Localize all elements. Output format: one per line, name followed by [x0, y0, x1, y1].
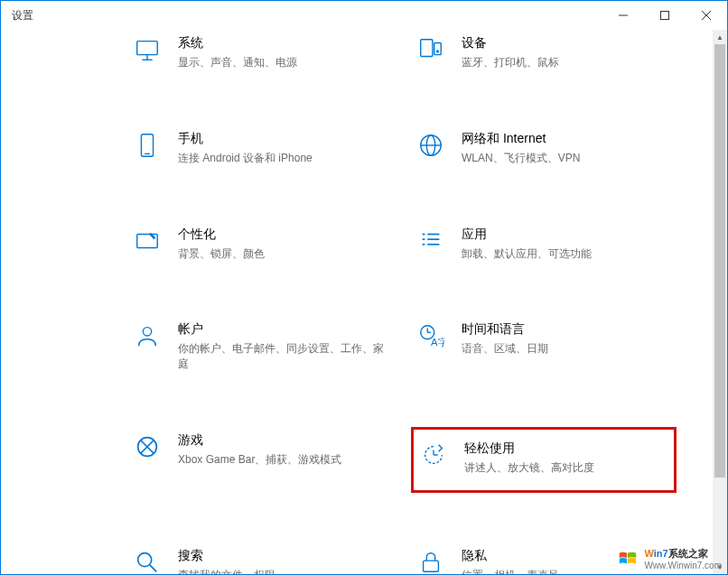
accounts-icon — [133, 321, 162, 350]
category-title: 游戏 — [178, 432, 341, 449]
gaming-icon — [133, 432, 162, 461]
category-desc: WLAN、飞行模式、VPN — [462, 151, 580, 166]
category-desc: 查找我的文件、权限 — [178, 568, 275, 574]
category-title: 设备 — [462, 35, 559, 51]
scroll-up-arrow[interactable]: ▲ — [713, 30, 727, 44]
category-network[interactable]: 网络和 InternetWLAN、飞行模式、VPN — [411, 125, 677, 172]
window-controls — [602, 1, 727, 30]
personalization-icon — [133, 227, 162, 255]
svg-rect-34 — [424, 561, 439, 571]
category-title: 应用 — [462, 227, 592, 243]
phone-icon — [133, 131, 162, 160]
settings-grid: 系统显示、声音、通知、电源设备蓝牙、打印机、鼠标手机连接 Android 设备和… — [1, 30, 713, 574]
category-title: 系统 — [178, 35, 297, 51]
category-desc: 位置、相机、麦克风 — [462, 568, 559, 574]
maximize-button[interactable] — [644, 1, 686, 30]
category-title: 个性化 — [178, 227, 265, 243]
minimize-button[interactable] — [602, 1, 644, 30]
time-icon: A字 — [416, 321, 445, 350]
system-icon — [133, 35, 162, 64]
category-title: 网络和 Internet — [462, 131, 580, 147]
scrollbar[interactable]: ▲ ▼ — [713, 30, 727, 574]
category-desc: 连接 Android 设备和 iPhone — [178, 151, 313, 166]
search-icon — [133, 548, 162, 574]
content-area: 系统显示、声音、通知、电源设备蓝牙、打印机、鼠标手机连接 Android 设备和… — [1, 30, 713, 574]
category-title: 手机 — [178, 131, 313, 147]
category-desc: 讲述人、放大镜、高对比度 — [464, 460, 594, 476]
category-desc: 卸载、默认应用、可选功能 — [462, 246, 592, 262]
svg-rect-10 — [141, 134, 153, 156]
category-desc: 显示、声音、通知、电源 — [178, 55, 297, 70]
category-accounts[interactable]: 帐户你的帐户、电子邮件、同步设置、工作、家庭 — [127, 316, 393, 377]
svg-point-22 — [143, 328, 151, 336]
category-gaming[interactable]: 游戏Xbox Game Bar、捕获、游戏模式 — [127, 427, 393, 493]
titlebar: 设置 — [1, 1, 727, 30]
scrollbar-thumb[interactable] — [714, 44, 725, 478]
category-devices[interactable]: 设备蓝牙、打印机、鼠标 — [411, 30, 677, 76]
watermark-url: Www.Winwin7.com — [644, 561, 722, 570]
category-desc: 语音、区域、日期 — [462, 341, 548, 357]
category-title: 时间和语言 — [462, 321, 548, 338]
category-apps[interactable]: 应用卸载、默认应用、可选功能 — [411, 221, 677, 267]
category-ease[interactable]: 轻松使用讲述人、放大镜、高对比度 — [411, 427, 677, 493]
watermark-title: Win7系统之家 — [644, 547, 722, 561]
svg-line-33 — [150, 565, 157, 572]
category-desc: Xbox Game Bar、捕获、游戏模式 — [178, 452, 341, 468]
category-title: 搜索 — [178, 548, 275, 564]
category-desc: 你的帐户、电子邮件、同步设置、工作、家庭 — [178, 341, 387, 372]
category-time[interactable]: A字时间和语言语音、区域、日期 — [411, 316, 677, 377]
svg-point-32 — [138, 552, 152, 566]
settings-window: 设置 系统显示、声音、通知、电源设备蓝牙、打印机、鼠标手机连接 Android … — [0, 0, 728, 575]
ease-icon — [419, 441, 448, 469]
windows-logo-icon — [615, 548, 640, 570]
watermark: Win7系统之家 Www.Winwin7.com — [615, 547, 722, 570]
category-desc: 蓝牙、打印机、鼠标 — [462, 55, 559, 70]
category-title: 隐私 — [462, 548, 559, 564]
svg-text:A字: A字 — [431, 338, 444, 348]
category-personalization[interactable]: 个性化背景、锁屏、颜色 — [127, 221, 393, 267]
svg-rect-7 — [421, 40, 433, 57]
svg-rect-4 — [137, 42, 158, 55]
category-system[interactable]: 系统显示、声音、通知、电源 — [127, 30, 393, 76]
devices-icon — [416, 35, 445, 64]
network-icon — [416, 131, 445, 160]
privacy-icon — [416, 548, 445, 574]
apps-icon — [416, 227, 445, 255]
category-title: 帐户 — [178, 321, 387, 338]
category-phone[interactable]: 手机连接 Android 设备和 iPhone — [127, 125, 393, 172]
svg-point-9 — [437, 51, 439, 52]
category-title: 轻松使用 — [464, 441, 594, 457]
category-desc: 背景、锁屏、颜色 — [178, 246, 265, 262]
category-search[interactable]: 搜索查找我的文件、权限 — [127, 543, 393, 574]
svg-rect-1 — [661, 12, 669, 20]
close-button[interactable] — [686, 1, 727, 30]
window-title: 设置 — [12, 8, 33, 23]
svg-rect-8 — [434, 43, 442, 55]
